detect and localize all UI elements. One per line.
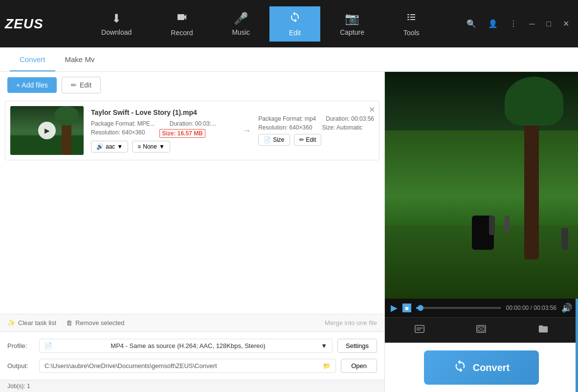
nav-item-capture[interactable]: 📷 Capture [320,6,384,42]
output-controls: 📄 Size ✏ Edit [258,134,374,146]
share-icon[interactable]: 👤 [484,17,502,30]
output-resolution: Resolution: 640×360 [258,124,312,131]
minimize-icon[interactable]: ─ [525,18,538,30]
convert-button[interactable]: Convert [424,350,539,385]
file-name: Taylor Swift - Love Story (1).mp4 [91,109,227,116]
source-meta-row: Package Format: MPE... Duration: 00:03:.… [91,120,227,127]
video-area[interactable] [385,72,578,299]
arrow: → [235,126,258,136]
video-toolbar [385,317,578,343]
nav-label-download: Download [101,28,132,36]
volume-button[interactable]: 🔊 [561,303,572,313]
music-icon: 🎤 [234,12,248,25]
capture-icon: 📷 [345,12,359,25]
remove-selected-button[interactable]: 🗑 Remove selected [66,319,124,327]
more-icon[interactable]: ⋮ [506,17,521,30]
source-resolution: Resolution: 640×360 [91,129,145,138]
left-panel: + Add files ✏ Make Mv Edit [0,72,385,392]
audio-select[interactable]: 🔊 aac ▼ [91,141,128,152]
edit-icon: ✏ [299,136,304,143]
nav-label-capture: Capture [340,28,364,36]
open-button[interactable]: Open [341,359,377,373]
output-size: Size: Automatic [322,124,363,131]
edit-button[interactable]: ✏ Make Mv Edit [62,77,101,93]
output-edit-button[interactable]: ✏ Edit [294,134,322,146]
file-list: ▶ Taylor Swift - Love Story (1).mp4 Pack… [0,98,384,314]
convert-area: Convert [385,343,578,392]
app-logo: ZEUS [5,16,44,32]
pencil-icon: ✏ [71,81,77,89]
video-stop-button[interactable]: ■ [402,304,411,312]
nav-label-tools: Tools [403,29,420,37]
video-time: 00:00:00 / 00:03:56 [506,305,556,311]
play-button[interactable]: ▶ [38,122,56,139]
file-item: ▶ Taylor Swift - Love Story (1).mp4 Pack… [5,101,379,160]
right-panel: ▶ ■ 00:00:00 / 00:03:56 🔊 [385,72,578,392]
output-path: C:\Users\aubre\OneDrive\Documents\gemsof… [39,359,336,373]
output-format: Package Format: mp4 [258,115,316,122]
jobs-count: Job(s): 1 [7,383,30,390]
effect-select[interactable]: ≡ None ▼ [132,141,170,152]
output-meta: Package Format: mp4 Duration: 00:03:56 R… [258,115,374,146]
folder-open-button[interactable] [532,322,555,339]
profile-select[interactable]: 📄 MP4 - Same as source (H.264; AAC, 128K… [39,339,333,353]
output-path-value: C:\Users\aubre\OneDrive\Documents\gemsof… [44,362,217,370]
edit-nav-icon [289,11,301,26]
progress-dot [418,305,423,311]
profile-value: MP4 - Same as source (H.264; AAC, 128Kbp… [111,342,265,349]
folder-icon[interactable]: 📁 [323,362,331,370]
nav-item-download[interactable]: ⬇ Download [82,6,151,42]
subtitle-button[interactable] [408,322,431,339]
nav-label-record: Record [171,29,193,37]
audio-dropdown-icon: ▼ [117,143,123,150]
effect-dropdown-icon: ▼ [159,143,165,150]
profile-icon: 📄 [44,342,52,349]
svg-rect-0 [415,326,424,333]
nav-item-record[interactable]: Record [151,6,212,42]
nav-label-music: Music [232,28,250,36]
screenshot-button[interactable] [470,322,492,339]
output-size-button[interactable]: 📄 Size [258,134,289,146]
nav-item-tools[interactable]: Tools [384,6,439,42]
file-close-button[interactable]: ✕ [369,105,375,114]
size-icon: 📄 [264,136,271,143]
output-duration: Duration: 00:03:56 [326,115,374,122]
file-controls: 🔊 aac ▼ ≡ None ▼ [91,141,227,152]
source-format: Package Format: MPE... [91,120,155,127]
profile-row: Profile: 📄 MP4 - Same as source (H.264; … [7,336,377,356]
config-area: Profile: 📄 MP4 - Same as source (H.264; … [0,331,384,380]
top-nav: ZEUS ⬇ Download Record 🎤 Music Edit [0,0,578,47]
clear-icon: ✨ [7,319,15,327]
tab-make-mv[interactable]: Make Mv [55,48,105,71]
search-icon[interactable]: 🔍 [463,17,480,30]
source-size: Size: 16.57 MB [159,129,205,138]
close-icon[interactable]: ✕ [559,17,573,30]
video-scene [385,72,578,299]
file-thumbnail[interactable]: ▶ [10,106,84,155]
effect-icon: ≡ [137,143,141,150]
main-content: + Add files ✏ Make Mv Edit [0,72,578,392]
source-meta-row-2: Resolution: 640×360 Size: 16.57 MB [91,129,227,138]
convert-label: Convert [473,362,510,373]
status-bar: Job(s): 1 [0,380,384,392]
toolbar: + Add files ✏ Make Mv Edit [0,72,384,98]
profile-label: Profile: [7,342,34,349]
sub-nav: Convert Make Mv [0,47,578,72]
add-files-button[interactable]: + Add files [7,77,57,93]
bottom-bar: ✨ Clear task list 🗑 Remove selected Merg… [0,314,384,331]
merge-into-label: Merge into one file [325,319,377,327]
video-play-button[interactable]: ▶ [391,303,398,313]
nav-item-music[interactable]: 🎤 Music [212,6,269,42]
record-icon [176,11,188,26]
maximize-icon[interactable]: □ [542,18,555,30]
trash-icon: 🗑 [66,319,72,327]
source-duration: Duration: 00:03:... [170,120,216,127]
progress-bar[interactable] [416,307,501,309]
settings-button[interactable]: Settings [337,339,377,353]
profile-dropdown-icon: ▼ [321,342,327,349]
video-controls: ▶ ■ 00:00:00 / 00:03:56 🔊 [385,299,578,317]
output-meta-row-1: Package Format: mp4 Duration: 00:03:56 [258,115,374,122]
nav-item-edit[interactable]: Edit [269,6,320,42]
tab-convert[interactable]: Convert [10,48,55,71]
clear-task-button[interactable]: ✨ Clear task list [7,319,56,327]
